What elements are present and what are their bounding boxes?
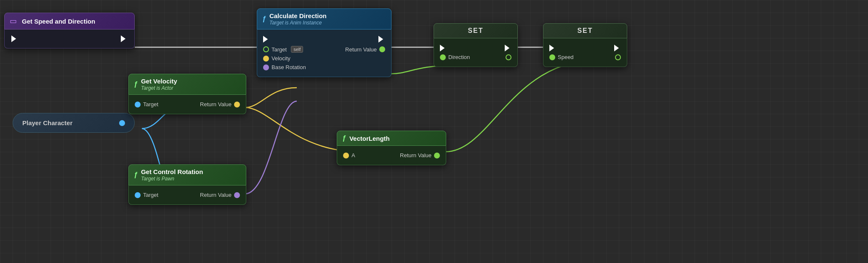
velocity-dot[interactable]: [263, 56, 269, 62]
base-rotation-pin[interactable]: Base Rotation: [263, 64, 306, 70]
direction-label: Direction: [448, 54, 470, 60]
return-dot[interactable]: [434, 153, 440, 158]
a-label: A: [351, 152, 355, 158]
return-value-pin[interactable]: Return Value: [345, 46, 385, 53]
exec-in-pin[interactable]: [11, 35, 18, 42]
return-label: Return Value: [345, 46, 377, 53]
speed-out-pin[interactable]: [615, 54, 621, 60]
speed-out-dot[interactable]: [615, 54, 621, 60]
exec-in-dot[interactable]: [549, 45, 556, 51]
return-value-pin[interactable]: Return Value: [400, 152, 440, 158]
func-icon: ƒ: [134, 81, 138, 88]
node-title: Get Control Rotation: [141, 168, 203, 175]
base-rotation-label: Base Rotation: [272, 64, 306, 70]
node-subtitle: Target is Actor: [141, 85, 177, 91]
exec-in-pin[interactable]: [549, 45, 556, 51]
exec-out-pin[interactable]: [121, 35, 128, 42]
node-get-speed-and-direction[interactable]: ▭ Get Speed and Direction: [4, 13, 135, 48]
node-set-direction[interactable]: SET Direction: [434, 23, 518, 67]
speed-label: Speed: [558, 54, 574, 60]
target-pin[interactable]: Target self: [263, 46, 303, 53]
node-title: VectorLength: [349, 135, 390, 142]
exec-in-pin[interactable]: [263, 36, 270, 43]
target-dot[interactable]: [263, 46, 269, 52]
exec-in-dot[interactable]: [263, 36, 270, 43]
speed-dot[interactable]: [549, 54, 555, 60]
velocity-pin[interactable]: Velocity: [263, 55, 290, 62]
set-title: SET: [577, 27, 593, 35]
exec-in-pin[interactable]: [440, 45, 447, 51]
target-label: Target: [272, 46, 287, 53]
exec-out-dot[interactable]: [378, 36, 385, 43]
exec-in-dot[interactable]: [440, 45, 447, 51]
func-icon: ƒ: [262, 15, 266, 23]
node-vector-length[interactable]: ƒ VectorLength A Return Value: [337, 131, 446, 165]
a-dot[interactable]: [343, 153, 349, 158]
direction-out-dot[interactable]: [506, 54, 511, 60]
node-get-control-rotation[interactable]: ƒ Get Control Rotation Target is Pawn Ta…: [128, 164, 246, 205]
node-title: Get Velocity: [141, 78, 177, 85]
target-dot[interactable]: [135, 102, 141, 107]
exec-out-pin[interactable]: [378, 36, 385, 43]
direction-out-pin[interactable]: [506, 54, 511, 60]
player-character-label: Player Character: [22, 119, 72, 126]
target-pin[interactable]: Target: [135, 192, 158, 198]
return-value-pin[interactable]: Return Value: [200, 192, 240, 198]
base-rotation-dot[interactable]: [263, 64, 269, 70]
player-char-out-pin[interactable]: [119, 120, 125, 126]
node-subtitle: Target is Pawn: [141, 176, 203, 182]
speed-pin[interactable]: Speed: [549, 54, 574, 60]
node-set-speed[interactable]: SET Speed: [543, 23, 627, 67]
velocity-label: Velocity: [272, 55, 290, 62]
target-pin[interactable]: Target: [135, 101, 158, 107]
node-subtitle: Target is Anim Instance: [269, 20, 327, 26]
direction-dot[interactable]: [440, 54, 446, 60]
node-player-character[interactable]: Player Character: [13, 113, 135, 133]
set-title: SET: [468, 27, 483, 35]
target-label: Target: [143, 192, 158, 198]
exec-out-pin[interactable]: [505, 45, 511, 51]
exec-out-dot[interactable]: [505, 45, 511, 51]
self-badge: self: [291, 46, 303, 53]
target-dot[interactable]: [135, 192, 141, 198]
exec-in-dot[interactable]: [11, 35, 18, 42]
return-dot[interactable]: [379, 46, 385, 52]
func-icon: ƒ: [342, 134, 346, 142]
node-title: Calculate Direction: [269, 12, 327, 19]
exec-out-dot[interactable]: [121, 35, 128, 42]
node-calculate-direction[interactable]: ƒ Calculate Direction Target is Anim Ins…: [257, 8, 391, 77]
func-icon: ƒ: [134, 171, 138, 179]
exec-out-pin[interactable]: [614, 45, 621, 51]
direction-pin[interactable]: Direction: [440, 54, 470, 60]
node-title: Get Speed and Direction: [22, 18, 95, 25]
a-pin[interactable]: A: [343, 152, 355, 158]
return-label: Return Value: [400, 152, 431, 158]
return-label: Return Value: [200, 101, 232, 107]
exec-out-dot[interactable]: [614, 45, 621, 51]
node-get-velocity[interactable]: ƒ Get Velocity Target is Actor Target Re…: [128, 74, 246, 114]
return-value-pin[interactable]: Return Value: [200, 101, 240, 107]
return-dot[interactable]: [234, 192, 240, 198]
return-label: Return Value: [200, 192, 232, 198]
return-dot[interactable]: [234, 102, 240, 107]
target-label: Target: [143, 101, 158, 107]
